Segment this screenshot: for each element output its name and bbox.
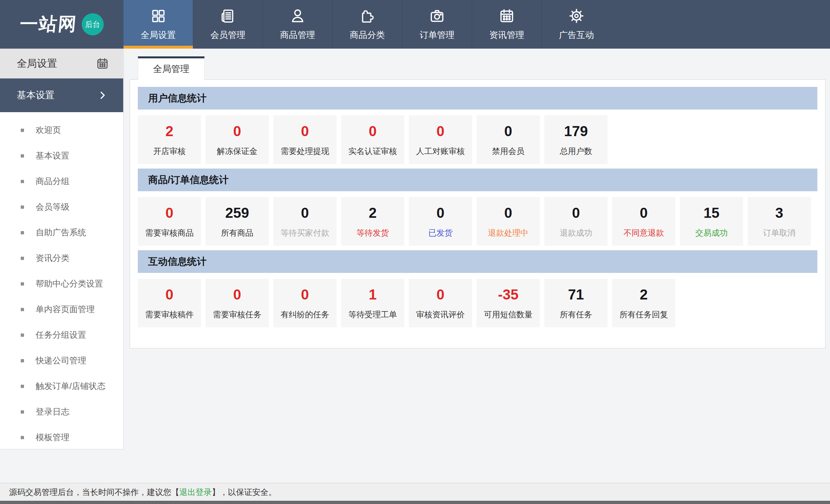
sidebar-item-label: 自助广告系统 [36,227,86,238]
nav-tab-3[interactable]: 商品管理 [263,0,332,48]
sidebar-item[interactable]: 商品分组 [0,169,123,194]
stat-cell[interactable]: 0人工对账审核 [409,115,472,164]
bullet-icon [21,180,24,183]
sidebar-header: 全局设置 [0,48,123,78]
sidebar-item-label: 快递公司管理 [36,355,86,366]
nav-tab-6[interactable]: 资讯管理 [472,0,541,48]
sidebar-item[interactable]: 任务分组设置 [0,322,123,348]
sidebar-item[interactable]: 基本设置 [0,143,123,169]
stat-cell[interactable]: 0退款成功 [544,197,608,246]
bullet-icon [21,257,24,260]
stat-value: 0 [301,205,309,221]
stat-value: 2 [369,205,376,221]
sidebar-item[interactable]: 快递公司管理 [0,348,123,373]
stat-cell[interactable]: 179总用户数 [544,115,608,164]
stat-cell[interactable]: 0不同意退款 [612,197,675,246]
nav-tab-4[interactable]: 商品分类 [332,0,402,48]
sidebar-item[interactable]: 自助广告系统 [0,220,123,245]
stat-label: 需要审核商品 [145,228,194,238]
sidebar-item-label: 模板管理 [36,432,69,443]
stat-cell[interactable]: 2所有任务回复 [612,279,675,327]
sidebar-item-label: 帮助中心分类设置 [36,278,103,290]
bullet-icon [21,385,24,388]
camera-icon [429,8,445,24]
bullet-icon [21,410,24,413]
stat-cell[interactable]: 0需要处理提现 [273,115,337,164]
stat-cell[interactable]: 3订单取消 [748,197,811,246]
chevron-right-icon [97,90,108,100]
sidebar-item[interactable]: 会员等级 [0,194,123,220]
bullet-icon [21,436,24,439]
stat-cell[interactable]: -35可用短信数量 [477,279,540,327]
bullet-icon [21,359,24,362]
logout-link[interactable]: 退出登录 [179,487,212,498]
stat-value: 1 [369,287,376,303]
sidebar-item-label: 商品分组 [36,176,69,187]
stat-value: 2 [640,287,647,303]
sidebar-item-label: 触发订单/店铺状态 [36,380,105,392]
stat-value: 2 [165,123,173,139]
stat-cell[interactable]: 15交易成功 [680,197,743,246]
puzzle-icon [359,8,376,24]
main-content: 全局管理 用户信息统计2开店审核0解冻保证金0需要处理提现0实名认证审核0人工对… [123,48,830,483]
stat-cell[interactable]: 0需要审核商品 [138,197,201,246]
stat-cell[interactable]: 0已发货 [409,197,472,246]
stat-cell[interactable]: 0解冻保证金 [205,115,269,164]
calendar-icon [96,57,109,70]
tab-global-management[interactable]: 全局管理 [138,57,204,80]
stat-cell[interactable]: 0审核资讯评价 [409,279,472,327]
footer-text-before: 源码交易管理后台，当长时间不操作，建议您【 [9,487,179,498]
stat-row: 2开店审核0解冻保证金0需要处理提现0实名认证审核0人工对账审核0禁用会员179… [138,115,817,164]
stat-cell[interactable]: 0禁用会员 [477,115,540,164]
stat-cell[interactable]: 2等待发货 [341,197,404,246]
stat-label: 等待买家付款 [281,228,329,238]
stat-cell[interactable]: 0需要审核任务 [205,279,269,327]
sidebar-item[interactable]: 欢迎页 [0,117,123,143]
nav-tab-7[interactable]: 广告互动 [541,0,611,48]
sidebar-item[interactable]: 登录日志 [0,399,123,425]
sidebar-item-label: 登录日志 [36,406,69,417]
bullet-icon [21,334,24,337]
stat-cell[interactable]: 0实名认证审核 [341,115,404,164]
stat-label: 退款成功 [560,228,592,238]
stat-cell[interactable]: 0退款处理中 [477,197,540,246]
stat-value: 0 [233,123,241,139]
stat-label: 实名认证审核 [349,146,397,157]
stat-value: 0 [165,287,173,303]
nav-tab-label: 广告互动 [559,29,594,41]
stat-cell[interactable]: 1等待受理工单 [341,279,404,327]
stat-value: -35 [498,287,519,303]
stat-value: 0 [504,123,512,139]
stats-panel: 用户信息统计2开店审核0解冻保证金0需要处理提现0实名认证审核0人工对账审核0禁… [130,79,826,348]
nav-tab-1[interactable]: 全局设置 [123,0,193,48]
stat-label: 需要处理提现 [281,146,329,157]
sidebar-item[interactable]: 帮助中心分类设置 [0,271,123,297]
nav-tab-5[interactable]: 订单管理 [402,0,472,48]
section-title: 商品/订单信息统计 [138,169,817,191]
sidebar-item[interactable]: 资讯分类 [0,245,123,271]
stat-label: 开店审核 [153,146,186,157]
stat-value: 0 [165,205,173,221]
grid-icon [150,8,166,24]
sidebar-item[interactable]: 单内容页面管理 [0,297,123,322]
sidebar-item[interactable]: 触发订单/店铺状态 [0,373,123,399]
stat-label: 总用户数 [560,146,592,157]
stat-value: 0 [369,123,376,139]
footer: 源码交易管理后台，当长时间不操作，建议您【退出登录】，以保证安全。 [0,483,830,501]
top-nav: 一站网 后台 全局设置会员管理商品管理商品分类订单管理资讯管理广告互动 [0,0,830,48]
sidebar-item[interactable]: 模板管理 [0,425,123,449]
stat-cell[interactable]: 0有纠纷的任务 [273,279,337,327]
stat-cell[interactable]: 0等待买家付款 [273,197,337,246]
sidebar-group-basic-settings[interactable]: 基本设置 [0,78,123,112]
stat-cell[interactable]: 259所有商品 [205,197,269,246]
sidebar-items: 欢迎页基本设置商品分组会员等级自助广告系统资讯分类帮助中心分类设置单内容页面管理… [0,112,123,449]
stat-cell[interactable]: 71所有任务 [544,279,608,327]
nav-tab-label: 商品分类 [350,29,385,41]
stat-cell[interactable]: 2开店审核 [138,115,201,164]
stat-label: 需要审核任务 [213,309,262,320]
nav-tab-2[interactable]: 会员管理 [193,0,263,48]
stat-cell[interactable]: 0需要审核稿件 [138,279,201,327]
stat-value: 0 [301,123,309,139]
stat-label: 可用短信数量 [484,309,533,320]
sidebar: 全局设置 基本设置 欢迎页基本设置商品分组会员等级自助广告系统资讯分类帮助中心分… [0,48,123,449]
